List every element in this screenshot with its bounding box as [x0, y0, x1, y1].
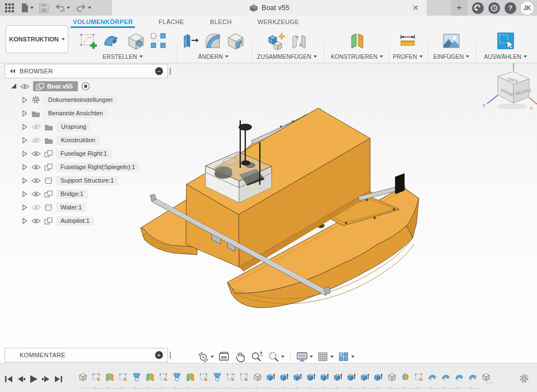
grid-snap-button[interactable] [317, 351, 334, 363]
tab-volumenkoerper[interactable]: VOLUMENKÖRPER [72, 17, 134, 27]
measure-icon[interactable] [398, 31, 418, 50]
create-sketch-icon[interactable] [78, 31, 99, 51]
timeline-feature-press-pull-icon[interactable] [334, 372, 343, 381]
expand-closed-icon[interactable] [21, 177, 28, 184]
konstruieren-dropdown[interactable]: KONSTRUIEREN [331, 53, 383, 62]
user-avatar[interactable]: JK [521, 2, 534, 15]
new-component-icon[interactable] [266, 31, 287, 51]
timeline-feature-press-pull-icon[interactable] [267, 372, 275, 381]
zoom-fit-button[interactable] [268, 351, 284, 363]
timeline-feature-press-pull-icon[interactable] [307, 372, 316, 381]
auswaehlen-dropdown[interactable]: AUSWÄHLEN [484, 53, 527, 62]
browser-minimize-icon[interactable]: − [155, 67, 163, 75]
step-back-button[interactable] [17, 375, 26, 383]
construction-plane-icon[interactable] [347, 31, 367, 51]
aendern-dropdown[interactable]: ÄNDERN [198, 53, 228, 62]
browser-item-row[interactable]: Dokumenteinstellungen [4, 93, 168, 106]
timeline-feature-revolve-icon[interactable] [455, 372, 464, 381]
timeline-feature-revolve-icon[interactable] [428, 372, 437, 381]
expand-closed-icon[interactable] [21, 123, 28, 130]
press-pull-icon[interactable] [181, 31, 200, 50]
timeline-feature-press-pull-icon[interactable] [361, 372, 370, 381]
comments-resize-handle[interactable] [170, 352, 171, 359]
visibility-eye-icon[interactable] [31, 178, 41, 184]
browser-root-row[interactable]: Boat v55 [4, 80, 168, 93]
visibility-eye-icon[interactable] [31, 164, 41, 170]
go-to-end-button[interactable] [54, 375, 63, 383]
activate-component-icon[interactable] [81, 82, 90, 91]
shell-icon[interactable] [226, 31, 246, 51]
timeline-feature-revolve-icon[interactable] [468, 372, 477, 381]
visibility-eye-icon[interactable] [31, 151, 41, 157]
expand-closed-icon[interactable] [21, 204, 28, 211]
visibility-hidden-eye-icon[interactable] [31, 137, 41, 143]
timeline-feature-press-pull-icon[interactable] [293, 372, 302, 381]
tab-blech[interactable]: BLECH [209, 17, 233, 27]
display-settings-button[interactable] [296, 351, 313, 363]
browser-item-row[interactable]: Fuselage Right:1 [4, 147, 168, 160]
pan-button[interactable] [234, 351, 246, 363]
timeline-feature-press-pull-icon[interactable] [374, 372, 383, 381]
timeline-feature-plane-icon[interactable] [186, 372, 195, 381]
timeline-feature-press-pull-icon[interactable] [347, 372, 356, 381]
expand-closed-icon[interactable] [21, 164, 28, 171]
look-at-button[interactable] [218, 351, 230, 363]
timeline-settings-gear-icon[interactable] [519, 374, 529, 386]
document-tab[interactable]: Boat v55 ✕ [112, 0, 427, 16]
viewports-button[interactable] [338, 351, 354, 363]
expand-closed-icon[interactable] [21, 217, 28, 225]
timeline-feature-sketch-icon[interactable] [226, 372, 235, 381]
browser-item-row[interactable]: Ursprung [4, 120, 168, 133]
tab-werkzeuge[interactable]: WERKZEUGE [256, 17, 301, 27]
browser-resize-handle[interactable] [170, 68, 171, 75]
timeline-feature-extrude-icon[interactable] [213, 372, 222, 381]
browser-item-row[interactable]: Bridge:1 [4, 187, 168, 200]
insert-image-icon[interactable] [441, 31, 462, 50]
timeline-feature-mirror-icon[interactable] [401, 372, 410, 381]
go-to-start-button[interactable] [4, 375, 13, 383]
create-pattern-icon[interactable] [150, 32, 167, 50]
fillet-icon[interactable] [203, 31, 223, 51]
browser-item-row[interactable]: Autopilot:1 [4, 214, 168, 227]
expand-closed-icon[interactable] [21, 96, 28, 104]
visibility-hidden-eye-icon[interactable] [31, 204, 41, 211]
timeline-feature-sketch-icon[interactable] [199, 372, 208, 381]
expand-closed-icon[interactable] [21, 137, 28, 144]
visibility-hidden-eye-icon[interactable] [31, 124, 41, 130]
timeline-feature-sketch-icon[interactable] [119, 372, 128, 381]
help-icon[interactable]: ? [505, 2, 516, 14]
timeline-feature-body-icon[interactable] [253, 372, 262, 381]
timeline-feature-plane-icon[interactable] [146, 372, 155, 381]
3d-viewport[interactable]: OBEN VORNE RECHTS Z X BROWSER − Boat v55 [0, 63, 537, 363]
konstruktion-context-button[interactable]: KONSTRUKTION [6, 25, 68, 53]
expand-open-icon[interactable] [10, 83, 17, 90]
browser-item-row[interactable]: Fuselage Right(Spiegeln):1 [4, 160, 168, 174]
timeline-feature-press-pull-icon[interactable] [320, 372, 329, 381]
joint-icon[interactable] [290, 31, 308, 50]
step-forward-button[interactable] [41, 375, 50, 383]
tab-flaeche[interactable]: FLÄCHE [157, 17, 185, 27]
play-button[interactable] [29, 375, 38, 384]
timeline-feature-sketch-icon[interactable] [414, 372, 423, 381]
expand-closed-icon[interactable] [21, 150, 28, 157]
timeline-feature-sketch-icon[interactable] [240, 372, 249, 381]
expand-closed-icon[interactable] [21, 110, 28, 117]
create-form-icon[interactable] [101, 31, 123, 51]
browser-item-row[interactable]: Support Structure:1 [4, 174, 168, 187]
timeline-feature-body-icon[interactable] [78, 372, 87, 381]
view-cube[interactable]: OBEN VORNE RECHTS Z X [483, 63, 537, 111]
collapse-panel-icon[interactable] [10, 68, 16, 74]
browser-item-row[interactable]: Konstruktion [4, 133, 168, 147]
browser-item-row[interactable]: Benannte Ansichten [4, 106, 168, 120]
undo-button[interactable] [54, 3, 70, 12]
pruefen-dropdown[interactable]: PRÜFEN [393, 53, 422, 62]
close-tab-icon[interactable]: ✕ [412, 3, 419, 12]
einfuegen-dropdown[interactable]: EINFÜGEN [433, 53, 469, 62]
timeline-feature-revolve-icon[interactable] [441, 372, 450, 381]
redo-button[interactable] [76, 3, 91, 12]
browser-item-row[interactable]: Water:1 [4, 200, 168, 214]
timeline-feature-extrude-icon[interactable] [172, 372, 181, 381]
visibility-eye-icon[interactable] [20, 83, 30, 90]
visibility-eye-icon[interactable] [31, 218, 41, 224]
timeline-feature-extrude-icon[interactable] [132, 372, 141, 381]
